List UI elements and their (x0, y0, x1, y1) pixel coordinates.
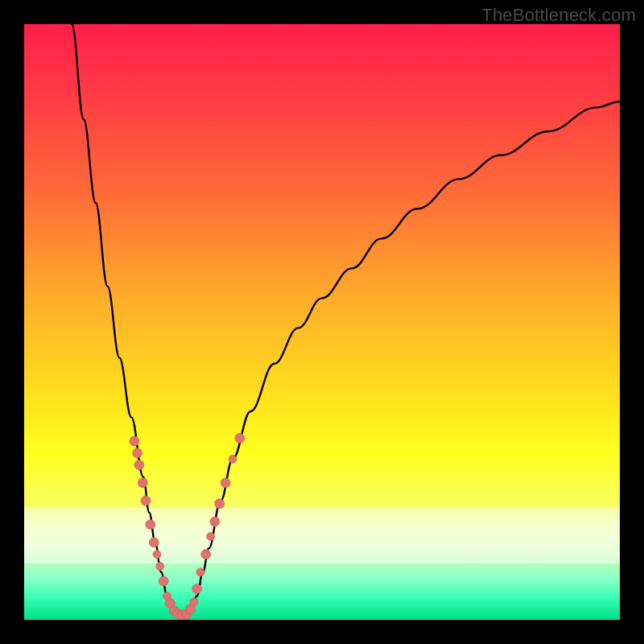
data-point (156, 562, 164, 570)
data-point (149, 538, 159, 547)
data-point (215, 499, 225, 509)
chart-stage: TheBottleneck.com (0, 0, 644, 644)
data-point (153, 551, 161, 559)
scatter-dots (130, 433, 245, 620)
data-point (141, 496, 151, 506)
data-point (207, 532, 215, 540)
chart-overlay (24, 24, 620, 620)
data-point (159, 576, 168, 586)
data-point (190, 598, 198, 606)
data-point (146, 520, 155, 530)
data-point (133, 448, 142, 458)
data-point (221, 478, 230, 488)
data-point (130, 436, 139, 446)
data-point (210, 517, 220, 526)
data-point (138, 478, 147, 488)
data-point (229, 455, 237, 463)
data-point (196, 568, 204, 576)
data-point (192, 584, 202, 594)
data-point (134, 460, 144, 470)
data-point (235, 433, 245, 443)
data-point (201, 550, 211, 559)
watermark-text: TheBottleneck.com (481, 5, 636, 26)
